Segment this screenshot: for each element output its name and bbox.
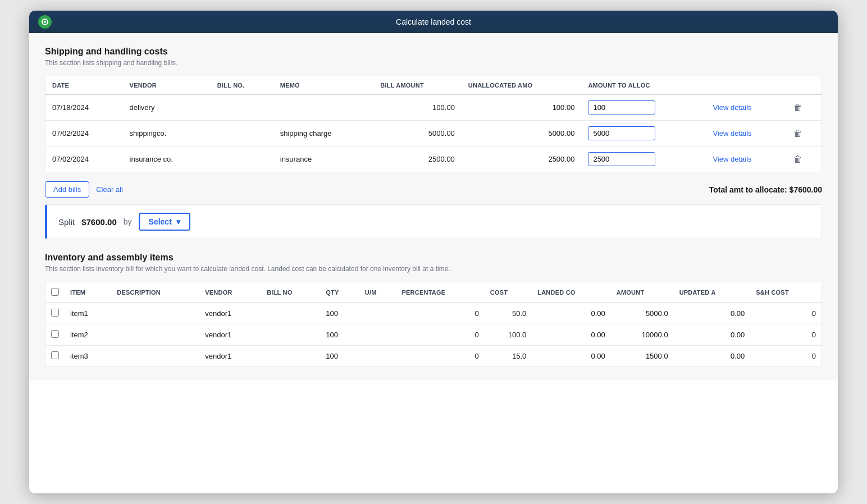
inv-qty: 100 xyxy=(320,346,359,367)
col-delete xyxy=(787,76,822,95)
main-window: Calculate landed cost Shipping and handl… xyxy=(29,11,838,493)
billing-actions-left: Add bills Clear all xyxy=(45,181,123,198)
billing-bill-no xyxy=(211,95,273,121)
inv-bill-no xyxy=(261,324,320,346)
inv-row-checkbox[interactable] xyxy=(51,309,59,317)
inv-sh-cost: 0 xyxy=(750,346,822,367)
billing-delete[interactable]: 🗑 xyxy=(787,121,822,146)
inventory-row: item1 vendor1 100 0 50.0 0.00 5000.0 0.0… xyxy=(45,303,822,324)
billing-unallocated: 2500.00 xyxy=(462,146,582,172)
inv-item: item2 xyxy=(65,324,111,346)
billing-table: DATE VENDOR BILL NO. MEMO BILL AMOUNT UN… xyxy=(45,76,822,172)
inv-bill-no xyxy=(261,346,320,367)
delete-icon[interactable]: 🗑 xyxy=(793,103,802,113)
inv-updated-a: 0.00 xyxy=(674,303,751,324)
billing-vendor: shippingco. xyxy=(123,121,211,146)
add-bills-button[interactable]: Add bills xyxy=(45,181,89,198)
col-cost: COST xyxy=(485,282,532,303)
inv-cost: 100.0 xyxy=(485,324,532,346)
inv-row-checkbox[interactable] xyxy=(51,351,59,359)
clear-all-button[interactable]: Clear all xyxy=(96,182,123,197)
col-bill-amount: BILL AMOUNT xyxy=(373,76,462,95)
titlebar: Calculate landed cost xyxy=(29,11,838,33)
inv-checkbox-cell[interactable] xyxy=(45,346,65,367)
view-details-link[interactable]: View details xyxy=(713,155,751,163)
view-details-link[interactable]: View details xyxy=(713,103,751,112)
inv-row-checkbox[interactable] xyxy=(51,330,59,338)
inv-description xyxy=(111,346,199,367)
select-all-checkbox[interactable] xyxy=(51,288,59,296)
col-sh-cost: S&H COST xyxy=(750,282,822,303)
inv-cost: 15.0 xyxy=(485,346,532,367)
col-updated-a: UPDATED A xyxy=(674,282,751,303)
view-details-link[interactable]: View details xyxy=(713,129,751,138)
delete-icon[interactable]: 🗑 xyxy=(793,154,802,164)
billing-delete[interactable]: 🗑 xyxy=(787,95,822,121)
inv-sh-cost: 0 xyxy=(750,303,822,324)
billing-memo: shipping charge xyxy=(273,121,374,146)
col-vendor: VENDOR xyxy=(123,76,211,95)
col-select-all[interactable] xyxy=(45,282,65,303)
billing-bill-no xyxy=(211,146,273,172)
billing-memo: insurance xyxy=(273,146,374,172)
billing-date: 07/02/2024 xyxy=(45,121,123,146)
inv-cost: 50.0 xyxy=(485,303,532,324)
col-um: U/M xyxy=(359,282,396,303)
shipping-title: Shipping and handling costs xyxy=(45,47,822,57)
col-bill-no: BILL NO. xyxy=(211,76,273,95)
col-amount: AMOUNT xyxy=(611,282,674,303)
amount-alloc-input[interactable] xyxy=(588,100,655,114)
col-actions xyxy=(706,76,787,95)
col-description: DESCRIPTION xyxy=(111,282,199,303)
billing-bill-amount: 2500.00 xyxy=(373,146,462,172)
inventory-row: item3 vendor1 100 0 15.0 0.00 1500.0 0.0… xyxy=(45,346,822,367)
window-title: Calculate landed cost xyxy=(396,17,471,26)
billing-amount-alloc[interactable] xyxy=(581,121,706,146)
col-unallocated: UNALLOCATED AMO xyxy=(462,76,582,95)
billing-bill-amount: 5000.00 xyxy=(373,121,462,146)
billing-view-details[interactable]: View details xyxy=(706,121,787,146)
split-by: by xyxy=(124,217,132,226)
split-select-button[interactable]: Select ▾ xyxy=(139,213,190,231)
inv-checkbox-cell[interactable] xyxy=(45,303,65,324)
inv-percentage: 0 xyxy=(396,324,485,346)
inv-sh-cost: 0 xyxy=(750,324,822,346)
col-amount-alloc: AMOUNT TO ALLOC xyxy=(581,76,706,95)
inv-updated-a: 0.00 xyxy=(674,324,751,346)
svg-point-1 xyxy=(44,21,46,23)
inv-amount: 1500.0 xyxy=(611,346,674,367)
amount-alloc-input[interactable] xyxy=(588,152,655,166)
billing-delete[interactable]: 🗑 xyxy=(787,146,822,172)
amount-alloc-input[interactable] xyxy=(588,126,655,140)
billing-bill-amount: 100.00 xyxy=(373,95,462,121)
shipping-subtitle: This section lists shipping and handling… xyxy=(45,59,822,67)
inv-amount: 10000.0 xyxy=(611,324,674,346)
billing-date: 07/18/2024 xyxy=(45,95,123,121)
inventory-subtitle: This section lists inventory bill for wh… xyxy=(45,265,822,273)
billing-vendor: insurance co. xyxy=(123,146,211,172)
main-content: Shipping and handling costs This section… xyxy=(29,33,838,381)
inv-description xyxy=(111,324,199,346)
inv-vendor: vendor1 xyxy=(199,324,261,346)
inv-qty: 100 xyxy=(320,303,359,324)
billing-amount-alloc[interactable] xyxy=(581,95,706,121)
billing-amount-alloc[interactable] xyxy=(581,146,706,172)
total-allocate: Total amt to allocate: $7600.00 xyxy=(709,185,822,194)
col-landed-cost: LANDED CO xyxy=(532,282,611,303)
inv-um xyxy=(359,324,396,346)
inv-percentage: 0 xyxy=(396,303,485,324)
billing-actions: Add bills Clear all Total amt to allocat… xyxy=(45,181,822,198)
inv-updated-a: 0.00 xyxy=(674,346,751,367)
billing-row: 07/02/2024 shippingco. shipping charge 5… xyxy=(45,121,822,146)
inv-checkbox-cell[interactable] xyxy=(45,324,65,346)
inv-landed-cost: 0.00 xyxy=(532,346,611,367)
inv-bill-no xyxy=(261,303,320,324)
billing-view-details[interactable]: View details xyxy=(706,146,787,172)
delete-icon[interactable]: 🗑 xyxy=(793,129,802,139)
inv-item: item3 xyxy=(65,346,111,367)
billing-view-details[interactable]: View details xyxy=(706,95,787,121)
inv-item: item1 xyxy=(65,303,111,324)
col-bill-number: BILL NO xyxy=(261,282,320,303)
inv-description xyxy=(111,303,199,324)
billing-row: 07/02/2024 insurance co. insurance 2500.… xyxy=(45,146,822,172)
